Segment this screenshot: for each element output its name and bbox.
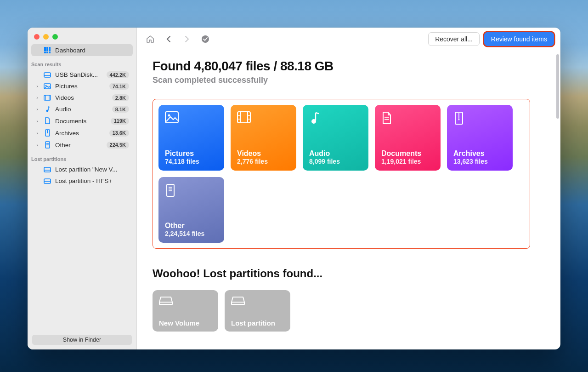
drive-icon: [43, 178, 51, 184]
svg-rect-29: [237, 112, 250, 123]
sidebar-item-archives[interactable]: › Archives 13.6K: [31, 127, 133, 139]
other-icon: [43, 141, 51, 149]
grid-icon: [43, 46, 51, 54]
chevron-right-icon[interactable]: ›: [35, 107, 40, 112]
dashboard-label: Dashboard: [55, 47, 129, 54]
drive-icon: [43, 167, 51, 172]
sidebar-documents-label: Documents: [55, 118, 107, 125]
svg-rect-24: [44, 179, 51, 183]
headline: Found 4,80,047 files / 88.18 GB: [153, 59, 545, 74]
drive-icon: [43, 72, 51, 78]
checkmark-icon[interactable]: [200, 34, 210, 44]
tile-name: Documents: [381, 149, 434, 158]
svg-rect-27: [165, 112, 178, 123]
svg-rect-7: [46, 52, 48, 53]
svg-rect-0: [44, 47, 46, 49]
forward-icon[interactable]: [182, 34, 192, 44]
chevron-right-icon[interactable]: ›: [35, 95, 40, 100]
tile-sub: 74,118 files: [165, 158, 218, 165]
badge: 224.5K: [107, 142, 129, 149]
tile-name: Videos: [237, 149, 290, 158]
document-icon: [381, 111, 392, 125]
zoom-icon[interactable]: [52, 34, 58, 40]
sidebar-item-audio[interactable]: › Audio 8.1K: [31, 103, 133, 115]
image-icon: [165, 111, 179, 123]
svg-rect-9: [44, 73, 51, 77]
sidebar-item-other[interactable]: › Other 224.5K: [31, 139, 133, 151]
category-tiles: Pictures 74,118 files Videos 2,776 files…: [153, 99, 530, 249]
svg-rect-1: [46, 47, 48, 49]
sidebar-archives-label: Archives: [55, 130, 106, 137]
film-icon: [237, 111, 251, 123]
svg-rect-5: [49, 49, 51, 51]
recover-all-button[interactable]: Recover all...: [428, 32, 480, 46]
sidebar-videos-label: Videos: [55, 94, 108, 101]
chevron-right-icon[interactable]: ›: [35, 131, 40, 136]
scan-results-label: Scan results: [28, 56, 136, 69]
sidebar-item-documents[interactable]: › Documents 119K: [31, 115, 133, 127]
svg-rect-22: [44, 167, 51, 172]
lost-tile-new-volume[interactable]: New Volume: [153, 290, 218, 332]
sidebar-item-lost-0[interactable]: Lost partition "New V...: [31, 164, 133, 175]
svg-point-12: [45, 85, 47, 86]
tile-name: Archives: [453, 149, 506, 158]
image-icon: [43, 83, 51, 89]
drive-icon: [159, 296, 173, 306]
close-icon[interactable]: [34, 34, 40, 40]
lost-tile-name: New Volume: [159, 319, 212, 327]
tile-audio[interactable]: Audio 8,099 files: [303, 105, 368, 171]
minimize-icon[interactable]: [43, 34, 49, 40]
back-icon[interactable]: [164, 34, 174, 44]
film-icon: [43, 95, 51, 101]
badge: 8.1K: [112, 106, 129, 113]
tile-other[interactable]: Other 2,24,514 files: [158, 177, 224, 243]
window-controls: [28, 28, 136, 44]
subhead: Scan completed successfully: [153, 75, 545, 85]
svg-rect-4: [46, 49, 48, 51]
sidebar-pictures-label: Pictures: [55, 83, 106, 90]
main-area: Recover all... Review found items Found …: [137, 28, 560, 349]
chevron-right-icon[interactable]: ›: [35, 143, 40, 148]
chevron-right-icon[interactable]: ›: [35, 119, 40, 124]
tile-sub: 2,24,514 files: [165, 230, 218, 237]
home-icon[interactable]: [145, 34, 155, 44]
tile-videos[interactable]: Videos 2,776 files: [231, 105, 296, 171]
sidebar-item-lost-1[interactable]: Lost partition - HFS+: [31, 175, 133, 187]
lost-tile-lost-partition[interactable]: Lost partition: [225, 290, 290, 332]
tile-archives[interactable]: Archives 13,623 files: [447, 105, 513, 171]
svg-rect-13: [44, 95, 51, 100]
svg-rect-6: [44, 52, 46, 53]
lost-0-label: Lost partition "New V...: [55, 166, 129, 173]
archive-icon: [453, 111, 464, 125]
toolbar: Recover all... Review found items: [137, 28, 560, 51]
app-window: Dashboard Scan results USB SanDisk... 44…: [28, 28, 560, 349]
lost-partitions-heading: Woohoo! Lost partitions found...: [153, 267, 545, 280]
svg-rect-42: [167, 184, 174, 196]
lost-partition-tiles: New Volume Lost partition: [153, 290, 545, 335]
tile-name: Audio: [309, 149, 362, 158]
show-in-finder-button[interactable]: Show in Finder: [32, 335, 132, 345]
lost-1-label: Lost partition - HFS+: [55, 177, 129, 184]
lost-tile-name: Lost partition: [231, 319, 284, 327]
svg-rect-2: [49, 47, 51, 49]
scrollbar-thumb[interactable]: [556, 54, 559, 119]
archive-icon: [43, 129, 51, 137]
tile-name: Pictures: [165, 149, 218, 158]
music-icon: [309, 111, 320, 125]
sidebar-item-usb[interactable]: USB SanDisk... 442.2K: [31, 69, 133, 80]
chevron-right-icon[interactable]: ›: [35, 84, 40, 89]
review-found-items-button[interactable]: Review found items: [484, 32, 554, 46]
drive-icon: [231, 296, 245, 306]
tile-documents[interactable]: Documents 1,19,021 files: [375, 105, 441, 171]
sidebar-item-dashboard[interactable]: Dashboard: [31, 44, 133, 56]
svg-point-41: [458, 119, 460, 120]
tile-sub: 2,776 files: [237, 158, 290, 165]
sidebar-item-pictures[interactable]: › Pictures 74.1K: [31, 80, 133, 92]
tile-sub: 8,099 files: [309, 158, 362, 165]
badge: 2.8K: [112, 94, 129, 101]
sidebar-item-videos[interactable]: › Videos 2.8K: [31, 92, 133, 103]
content-scroll[interactable]: Found 4,80,047 files / 88.18 GB Scan com…: [137, 51, 560, 349]
badge: 13.6K: [109, 130, 129, 137]
tile-pictures[interactable]: Pictures 74,118 files: [158, 105, 224, 171]
svg-rect-8: [49, 52, 51, 53]
